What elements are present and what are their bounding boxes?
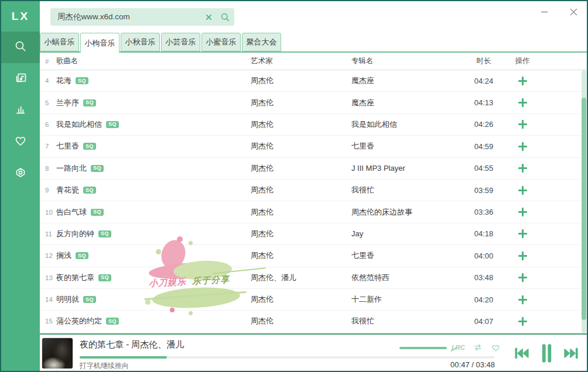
add-song-button[interactable] (518, 273, 528, 283)
pause-button[interactable] (539, 343, 554, 363)
quality-badge: SQ (98, 274, 111, 281)
song-row[interactable]: 7 七里香 SQ 周杰伦 七里香 04:59 (40, 136, 587, 157)
row-index: 5 (40, 99, 56, 106)
song-row[interactable]: 6 我是如此相信 SQ 周杰伦 我是如此相信 04:26 (40, 114, 587, 136)
bar-chart-icon (13, 102, 28, 119)
desktop-lyric-icon[interactable]: LRC (452, 344, 465, 351)
add-song-button[interactable] (518, 251, 528, 261)
add-song-button[interactable] (518, 207, 528, 217)
song-name-cell[interactable]: 花海 SQ (56, 75, 251, 86)
search-box (50, 8, 234, 26)
sidebar-item-settings[interactable] (1, 158, 40, 190)
song-duration: 04:59 (469, 142, 499, 151)
header-artist: 艺术家 (251, 56, 351, 66)
add-song-button[interactable] (518, 229, 528, 239)
song-row[interactable]: 11 反方向的钟 SQ 周杰伦 Jay 04:18 (40, 223, 587, 245)
album-name: Jay (351, 229, 469, 238)
song-row[interactable]: 5 兰亭序 SQ 周杰伦 魔杰座 04:13 (40, 92, 587, 113)
song-name-cell[interactable]: 青花瓷 SQ (56, 185, 251, 195)
tab-label: 小枸音乐 (85, 38, 115, 49)
scrollbar-track[interactable] (582, 70, 586, 333)
song-name: 兰亭序 (56, 98, 79, 108)
progress-bar[interactable] (80, 356, 495, 359)
song-row[interactable]: 15 蒲公英的约定 SQ 周杰伦 我很忙 04:07 (40, 311, 587, 332)
album-art[interactable] (41, 337, 74, 370)
sidebar-item-favorites[interactable] (1, 126, 40, 158)
search-input[interactable] (50, 13, 201, 22)
heart-icon (13, 134, 28, 150)
quality-badge: SQ (83, 99, 96, 106)
song-row[interactable]: 9 青花瓷 SQ 周杰伦 我很忙 03:59 (40, 180, 587, 201)
add-song-button[interactable] (518, 98, 528, 108)
artist-name: 周杰伦 (251, 250, 351, 261)
player-bar: 夜的第七章 - 周杰伦、潘儿 LRC (40, 333, 587, 371)
tab-label: 小蜗音乐 (45, 37, 75, 47)
add-song-button[interactable] (518, 163, 528, 173)
close-button[interactable] (566, 5, 581, 19)
song-name-cell[interactable]: 告白气球 SQ (56, 207, 251, 218)
scrollbar-thumb[interactable] (582, 98, 586, 320)
song-row[interactable]: 10 告白气球 SQ 周杰伦 周杰伦的床边故事 03:36 (40, 201, 587, 223)
row-index: 6 (40, 121, 56, 128)
song-name: 夜的第七章 (56, 273, 94, 283)
add-song-button[interactable] (518, 185, 528, 195)
artist-name: 周杰伦 (251, 207, 351, 218)
sidebar-item-search[interactable] (1, 32, 40, 63)
volume-slider[interactable] (399, 347, 447, 349)
song-name-cell[interactable]: 兰亭序 SQ (56, 98, 251, 108)
minimize-button[interactable] (536, 5, 552, 19)
album-name: 十二新作 (351, 294, 469, 305)
song-name-cell[interactable]: 我是如此相信 SQ (56, 119, 251, 130)
love-icon[interactable] (491, 343, 501, 353)
window-controls (536, 5, 581, 19)
row-index: 7 (40, 143, 56, 150)
song-name-cell[interactable]: 七里香 SQ (56, 141, 251, 151)
now-playing-title[interactable]: 夜的第七章 - 周杰伦、潘儿 (80, 339, 184, 350)
artist-name: 周杰伦、潘儿 (251, 273, 351, 283)
settings-icon (13, 166, 28, 182)
add-song-button[interactable] (518, 295, 528, 305)
song-name-cell[interactable]: 搁浅 SQ (56, 250, 251, 261)
search-submit-icon[interactable] (216, 12, 234, 22)
add-song-button[interactable] (518, 142, 528, 151)
add-song-button[interactable] (518, 316, 528, 326)
tab-label: 小秋音乐 (125, 37, 156, 47)
song-name-cell[interactable]: 蒲公英的约定 SQ (56, 316, 251, 326)
song-row[interactable]: 8 一路向北 SQ 周杰伦 J III MP3 Player 04:55 (40, 158, 587, 180)
source-tab[interactable]: 小芸音乐 (161, 33, 200, 51)
clear-search-icon[interactable] (201, 14, 216, 20)
artist-name: 周杰伦 (251, 75, 351, 86)
sidebar-item-songlist[interactable] (1, 63, 40, 95)
song-duration: 04:55 (469, 164, 499, 173)
song-name-cell[interactable]: 一路向北 SQ (56, 163, 251, 174)
song-row[interactable]: 12 搁浅 SQ 周杰伦 七里香 04:00 (40, 245, 587, 267)
song-name: 搁浅 (56, 250, 71, 261)
album-name: 依然范特西 (351, 273, 469, 283)
quality-badge: SQ (106, 318, 119, 325)
song-name-cell[interactable]: 明明就 SQ (56, 294, 251, 305)
main-area: 小蜗音乐 小枸音乐 小秋音乐 小芸音乐 小蜜音乐 聚合大会 # 歌曲名 艺术家 … (40, 1, 587, 371)
previous-button[interactable] (513, 346, 531, 361)
artist-name: 周杰伦 (251, 141, 351, 151)
source-tab[interactable]: 聚合大会 (242, 33, 281, 51)
source-tab[interactable]: 小秋音乐 (121, 33, 160, 51)
source-tab[interactable]: 小蜗音乐 (40, 33, 79, 51)
song-duration: 04:18 (469, 229, 499, 238)
song-row[interactable]: 14 明明就 SQ 周杰伦 十二新作 04:20 (40, 289, 587, 311)
song-name: 七里香 (56, 141, 79, 151)
song-name-cell[interactable]: 夜的第七章 SQ (56, 273, 251, 283)
row-index: 14 (40, 296, 56, 303)
song-row[interactable]: 13 夜的第七章 SQ 周杰伦、潘儿 依然范特西 03:48 (40, 267, 587, 289)
add-song-button[interactable] (518, 76, 528, 86)
source-tab[interactable]: 小枸音乐 (80, 33, 119, 53)
play-mode-repeat-icon[interactable] (473, 342, 483, 353)
song-row[interactable]: 4 花海 SQ 周杰伦 魔杰座 04:24 (40, 70, 587, 92)
source-tab[interactable]: 小蜜音乐 (201, 33, 241, 51)
song-name-cell[interactable]: 反方向的钟 SQ (56, 229, 251, 239)
sidebar-item-leaderboard[interactable] (1, 95, 40, 126)
add-song-button[interactable] (518, 119, 528, 129)
next-button[interactable] (562, 346, 580, 361)
source-tabbar: 小蜗音乐 小枸音乐 小秋音乐 小芸音乐 小蜜音乐 聚合大会 (40, 33, 587, 53)
quality-badge: SQ (83, 187, 96, 194)
song-duration: 03:59 (469, 186, 499, 195)
